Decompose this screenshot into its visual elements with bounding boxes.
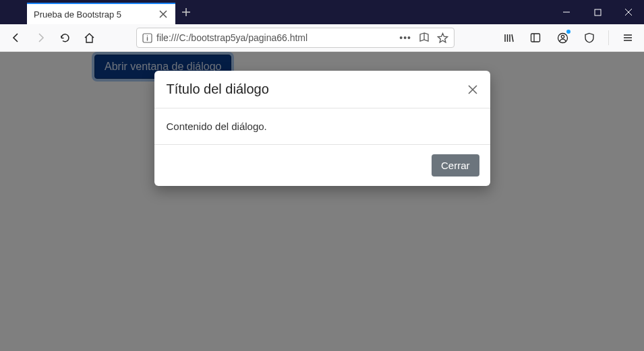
window-controls <box>551 0 644 24</box>
modal-footer: Cerrar <box>154 145 490 186</box>
page-actions-icon[interactable]: ••• <box>399 32 411 43</box>
close-tab-icon[interactable] <box>158 9 169 20</box>
bookmark-star-icon[interactable] <box>437 32 448 44</box>
url-bar[interactable]: file:///C:/bootstrap5ya/pagina66.html ••… <box>136 28 455 48</box>
close-button[interactable]: Cerrar <box>432 154 479 177</box>
modal-title: Título del diálogo <box>167 82 269 97</box>
shield-icon[interactable] <box>579 27 600 49</box>
forward-button[interactable] <box>30 27 51 49</box>
close-window-button[interactable] <box>613 0 644 24</box>
url-text: file:///C:/bootstrap5ya/pagina66.html <box>156 32 399 43</box>
tab-strip: Prueba de Bootstrap 5 <box>0 0 197 24</box>
svg-rect-0 <box>595 9 601 15</box>
browser-tab[interactable]: Prueba de Bootstrap 5 <box>27 3 175 24</box>
tab-title: Prueba de Bootstrap 5 <box>34 9 121 20</box>
library-icon[interactable] <box>498 27 519 49</box>
svg-point-4 <box>561 35 564 38</box>
reader-mode-icon[interactable] <box>418 32 430 44</box>
browser-toolbar: file:///C:/bootstrap5ya/pagina66.html ••… <box>0 24 644 52</box>
toolbar-separator <box>608 30 609 45</box>
modal-header: Título del diálogo <box>154 71 490 108</box>
site-info-icon[interactable] <box>142 33 152 43</box>
menu-icon[interactable] <box>617 27 639 49</box>
toolbar-right <box>498 27 639 49</box>
notification-dot-icon <box>566 30 570 34</box>
new-tab-button[interactable] <box>175 1 197 23</box>
svg-rect-2 <box>531 34 540 42</box>
reload-button[interactable] <box>54 27 76 49</box>
back-button[interactable] <box>5 27 27 49</box>
modal-close-icon[interactable] <box>467 84 478 95</box>
maximize-button[interactable] <box>582 0 613 24</box>
page-content: Abrir ventana de diálogo Título del diál… <box>0 52 644 351</box>
window-titlebar: Prueba de Bootstrap 5 <box>0 0 644 24</box>
home-button[interactable] <box>78 27 100 49</box>
minimize-button[interactable] <box>551 0 582 24</box>
sidebar-icon[interactable] <box>525 27 546 49</box>
modal-body: Contenido del diálogo. <box>154 108 490 145</box>
account-icon[interactable] <box>552 27 573 49</box>
modal-dialog: Título del diálogo Contenido del diálogo… <box>154 71 490 186</box>
